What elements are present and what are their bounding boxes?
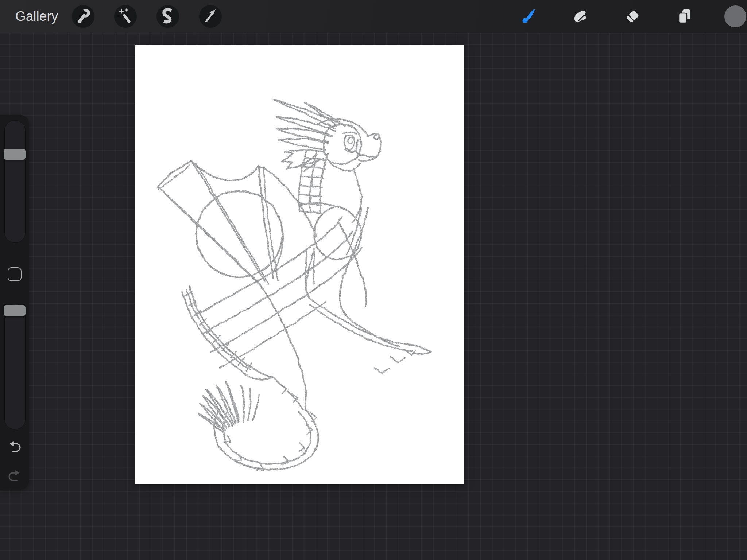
drawing-canvas[interactable] [135,45,464,484]
transform-button[interactable] [199,5,222,28]
selection-s-icon [156,5,179,28]
magic-wand-icon [114,5,137,28]
transform-arrow-icon [199,5,222,28]
dragon-tail [182,281,318,470]
dragon-crest [274,100,345,171]
procreate-app: Gallery [0,0,747,560]
modify-button[interactable] [8,267,22,281]
brush-size-slider[interactable] [4,120,26,243]
opacity-handle[interactable] [4,305,26,316]
gallery-button[interactable]: Gallery [15,0,58,33]
opacity-slider[interactable] [4,304,26,429]
color-swatch-circle [724,5,747,28]
selection-button[interactable] [156,5,179,28]
dragon-wing [158,160,362,368]
layers-button[interactable] [673,5,696,28]
smudge-tool-button[interactable] [569,5,592,28]
brush-size-handle[interactable] [4,149,26,160]
undo-button[interactable] [7,439,23,455]
smudge-finger-icon [569,5,592,28]
paint-tool-button[interactable] [517,5,539,28]
layers-icon [673,5,696,28]
undo-icon [7,439,23,455]
dragon-sketch [135,45,464,484]
redo-icon [7,468,23,485]
dragon-head [317,119,381,198]
dragon-legs [306,207,431,374]
actions-button[interactable] [72,5,94,28]
paintbrush-icon [517,5,539,28]
dragon-tail-tuft [198,382,259,432]
brush-sidebar [0,115,29,490]
top-toolbar: Gallery [0,0,747,33]
erase-tool-button[interactable] [621,5,644,28]
redo-button[interactable] [7,468,23,485]
eraser-icon [621,5,644,28]
adjustments-button[interactable] [114,5,137,28]
wrench-icon [72,5,94,28]
color-swatch-button[interactable] [724,5,747,28]
